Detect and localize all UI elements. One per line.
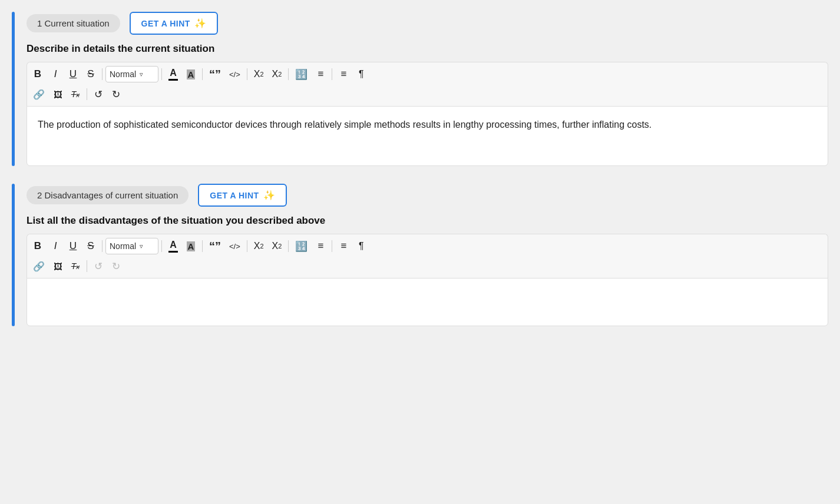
- separator-2-1: [102, 240, 102, 252]
- section-1-toolbar: B I U S Normal ▿ A: [27, 62, 828, 106]
- section-2-hint-button[interactable]: GET A HINT ✨: [198, 184, 287, 207]
- superscript-button-1[interactable]: X2: [269, 66, 286, 82]
- toolbar-2-row-1: B I U S Normal ▿ A: [29, 238, 825, 254]
- chevron-down-icon-2: ▿: [140, 243, 143, 250]
- section-1-blue-bar: [12, 12, 15, 166]
- text-color-icon-1: A: [168, 68, 178, 81]
- ordered-list-button-2[interactable]: 🔢: [292, 238, 311, 254]
- highlight-button-1[interactable]: A: [183, 66, 199, 82]
- text-color-button-1[interactable]: A: [165, 66, 181, 82]
- separator-2: [161, 68, 162, 80]
- unordered-list-button-2[interactable]: ≡: [312, 238, 329, 254]
- subscript-button-1[interactable]: X2: [250, 66, 267, 82]
- italic-button-2[interactable]: I: [47, 238, 64, 254]
- highlight-icon-2: A: [187, 241, 196, 251]
- chevron-down-icon-1: ▿: [140, 71, 143, 78]
- strike-button-2[interactable]: S: [82, 238, 99, 254]
- section-2-editor-wrapper: [27, 278, 828, 326]
- section-1-title: Describe in details the current situatio…: [27, 43, 828, 55]
- separator-7: [87, 88, 87, 100]
- separator-2-3: [202, 240, 203, 252]
- separator-5: [288, 68, 289, 80]
- underline-button-2[interactable]: U: [65, 238, 81, 254]
- paragraph-button-2[interactable]: ¶: [353, 238, 369, 254]
- section-1-header: 1 Current situation GET A HINT ✨: [27, 12, 828, 35]
- separator-3: [202, 68, 203, 80]
- clear-format-button-1[interactable]: Tx: [67, 86, 84, 102]
- italic-button-1[interactable]: I: [47, 66, 64, 82]
- font-style-select-1[interactable]: Normal ▿: [105, 66, 158, 82]
- section-1: 1 Current situation GET A HINT ✨ Describ…: [12, 12, 828, 166]
- toolbar-2-row-2: 🔗 🖼 Tx ↺ ↻: [29, 258, 825, 274]
- underline-button-1[interactable]: U: [65, 66, 81, 82]
- separator-2-2: [161, 240, 162, 252]
- text-color-button-2[interactable]: A: [165, 238, 181, 254]
- section-2-badge: 2 Disadvantages of current situation: [27, 186, 188, 204]
- superscript-button-2[interactable]: X2: [269, 238, 286, 254]
- font-style-select-2[interactable]: Normal ▿: [105, 238, 158, 254]
- quote-button-2[interactable]: “”: [206, 238, 224, 254]
- bold-button-1[interactable]: B: [29, 66, 46, 82]
- code-button-1[interactable]: </>: [226, 66, 244, 82]
- redo-button-2[interactable]: ↻: [108, 258, 124, 274]
- separator-2-5: [288, 240, 289, 252]
- ordered-list-button-1[interactable]: 🔢: [292, 66, 311, 82]
- section-2-blue-bar: [12, 184, 15, 326]
- section-1-badge: 1 Current situation: [27, 14, 120, 32]
- unordered-list-button-1[interactable]: ≡: [312, 66, 329, 82]
- subscript-button-2[interactable]: X2: [250, 238, 267, 254]
- highlight-button-2[interactable]: A: [183, 238, 199, 254]
- separator-2-4: [247, 240, 247, 252]
- section-2: 2 Disadvantages of current situation GET…: [12, 184, 828, 326]
- align-button-2[interactable]: ≡: [335, 238, 352, 254]
- paragraph-button-1[interactable]: ¶: [353, 66, 369, 82]
- bold-button-2[interactable]: B: [29, 238, 46, 254]
- hint-sparkle-icon-2: ✨: [263, 190, 276, 201]
- image-button-1[interactable]: 🖼: [49, 86, 66, 102]
- redo-button-1[interactable]: ↻: [108, 86, 124, 102]
- undo-button-1[interactable]: ↺: [90, 86, 107, 102]
- separator-2-7: [87, 260, 87, 272]
- section-1-editor[interactable]: The production of sophisticated semicond…: [27, 107, 828, 165]
- separator-4: [247, 68, 247, 80]
- section-1-hint-label: GET A HINT: [141, 19, 190, 28]
- section-2-content: 2 Disadvantages of current situation GET…: [27, 184, 828, 326]
- section-1-content: 1 Current situation GET A HINT ✨ Describ…: [27, 12, 828, 166]
- undo-button-2[interactable]: ↺: [90, 258, 107, 274]
- link-button-2[interactable]: 🔗: [29, 258, 48, 274]
- toolbar-1-row-2: 🔗 🖼 Tx ↺ ↻: [29, 86, 825, 102]
- font-style-label-1: Normal: [110, 69, 136, 79]
- section-2-header: 2 Disadvantages of current situation GET…: [27, 184, 828, 207]
- separator-1: [102, 68, 102, 80]
- link-button-1[interactable]: 🔗: [29, 86, 48, 102]
- section-2-toolbar: B I U S Normal ▿ A: [27, 234, 828, 278]
- strike-button-1[interactable]: S: [82, 66, 99, 82]
- toolbar-1-row-1: B I U S Normal ▿ A: [29, 66, 825, 82]
- section-1-hint-button[interactable]: GET A HINT ✨: [130, 12, 219, 35]
- hint-sparkle-icon: ✨: [194, 18, 207, 29]
- clear-format-button-2[interactable]: Tx: [67, 258, 84, 274]
- separator-6: [332, 68, 332, 80]
- highlight-icon-1: A: [187, 69, 196, 79]
- quote-button-1[interactable]: “”: [206, 66, 224, 82]
- separator-2-6: [332, 240, 332, 252]
- section-2-title: List all the disadvantages of the situat…: [27, 215, 828, 227]
- align-button-1[interactable]: ≡: [335, 66, 352, 82]
- image-button-2[interactable]: 🖼: [49, 258, 66, 274]
- text-color-icon-2: A: [168, 240, 178, 253]
- section-2-hint-label: GET A HINT: [210, 191, 259, 200]
- code-button-2[interactable]: </>: [226, 238, 244, 254]
- section-1-editor-wrapper: The production of sophisticated semicond…: [27, 106, 828, 166]
- section-2-editor[interactable]: [27, 278, 828, 326]
- font-style-label-2: Normal: [110, 241, 136, 251]
